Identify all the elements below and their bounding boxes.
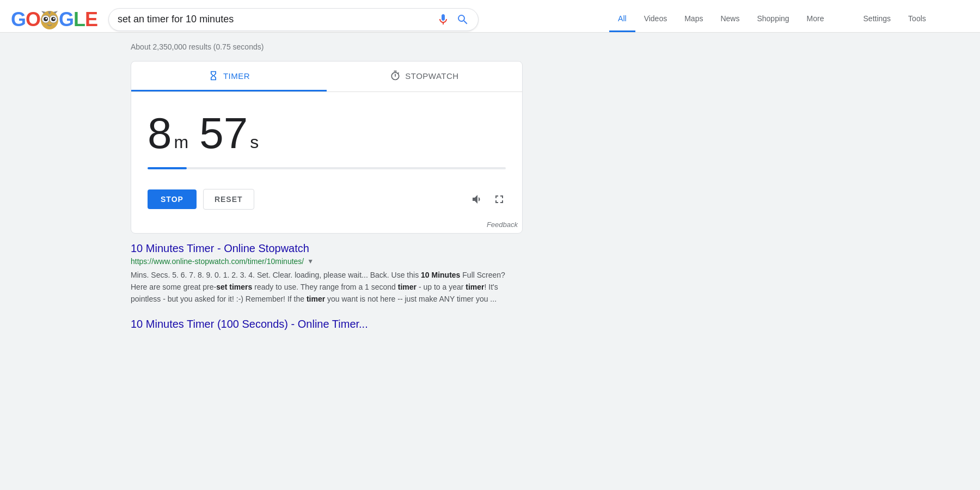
stopwatch-icon bbox=[390, 70, 401, 81]
feedback-row: Feedback bbox=[131, 218, 522, 233]
tab-settings[interactable]: Settings bbox=[855, 7, 900, 32]
header: G O G L E bbox=[0, 0, 980, 33]
timer-tabs: TIMER STOPWATCH bbox=[131, 62, 522, 92]
timer-tab-label: TIMER bbox=[223, 71, 250, 81]
tab-news[interactable]: News bbox=[712, 7, 748, 32]
search-bar bbox=[108, 8, 479, 31]
result-1-url[interactable]: https://www.online-stopwatch.com/timer/1… bbox=[131, 257, 304, 266]
search-input[interactable] bbox=[118, 14, 437, 25]
hourglass-icon bbox=[208, 70, 219, 81]
tab-shopping[interactable]: Shopping bbox=[748, 7, 798, 32]
reset-button[interactable]: RESET bbox=[203, 189, 254, 210]
timer-minutes: 8 bbox=[148, 108, 172, 158]
url-dropdown-icon[interactable]: ▼ bbox=[307, 258, 314, 265]
timer-widget: TIMER STOPWATCH 8 m 57 s S bbox=[131, 61, 523, 234]
stop-button[interactable]: STOP bbox=[148, 189, 197, 209]
timer-seconds: 57 bbox=[199, 108, 248, 158]
timer-display-area: 8 m 57 s bbox=[131, 92, 522, 180]
fullscreen-svg bbox=[493, 193, 506, 206]
svg-point-5 bbox=[46, 17, 47, 19]
feedback-link[interactable]: Feedback bbox=[487, 220, 518, 229]
tab-maps[interactable]: Maps bbox=[676, 7, 712, 32]
owl-svg bbox=[39, 8, 60, 31]
nav-tabs: All Videos Maps News Shopping More Setti… bbox=[609, 7, 935, 32]
microphone-icon[interactable] bbox=[437, 13, 450, 26]
tab-tools[interactable]: Tools bbox=[899, 7, 935, 32]
results-count: About 2,350,000 results (0.75 seconds) bbox=[131, 42, 523, 51]
logo-e: E bbox=[85, 8, 97, 31]
volume-svg bbox=[471, 193, 484, 206]
search-result-1: 10 Minutes Timer - Online Stopwatch http… bbox=[131, 242, 523, 305]
result-1-snippet: Mins. Secs. 5. 6. 7. 8. 9. 0. 1. 2. 3. 4… bbox=[131, 269, 523, 305]
google-logo[interactable]: G O G L E bbox=[11, 8, 97, 31]
tab-all[interactable]: All bbox=[609, 7, 635, 32]
result-1-title[interactable]: 10 Minutes Timer - Online Stopwatch bbox=[131, 242, 523, 255]
logo-g2: G bbox=[59, 8, 74, 31]
tab-more[interactable]: More bbox=[798, 7, 833, 32]
timer-minutes-unit: m bbox=[174, 132, 189, 152]
timer-tab[interactable]: TIMER bbox=[131, 62, 327, 91]
main-content: About 2,350,000 results (0.75 seconds) T… bbox=[120, 33, 534, 342]
timer-time: 8 m 57 s bbox=[148, 108, 506, 158]
timer-right-controls bbox=[471, 193, 506, 206]
svg-point-6 bbox=[53, 17, 55, 19]
progress-bar-container bbox=[148, 167, 506, 169]
volume-icon[interactable] bbox=[471, 193, 484, 206]
stopwatch-tab[interactable]: STOPWATCH bbox=[327, 62, 522, 91]
search-icon[interactable] bbox=[456, 13, 469, 26]
timer-controls: STOP RESET bbox=[131, 180, 522, 218]
progress-bar bbox=[148, 167, 187, 169]
logo-l: L bbox=[74, 8, 85, 31]
search-icons bbox=[437, 13, 469, 26]
result-1-url-row: https://www.online-stopwatch.com/timer/1… bbox=[131, 257, 523, 266]
logo-owl bbox=[39, 8, 60, 31]
result-2-title[interactable]: 10 Minutes Timer (100 Seconds) - Online … bbox=[131, 318, 523, 330]
stopwatch-tab-label: STOPWATCH bbox=[405, 71, 458, 81]
tab-videos[interactable]: Videos bbox=[635, 7, 676, 32]
timer-seconds-unit: s bbox=[250, 132, 259, 152]
logo-g1: G bbox=[11, 8, 26, 31]
fullscreen-icon[interactable] bbox=[493, 193, 506, 206]
logo-o1: O bbox=[26, 8, 40, 31]
